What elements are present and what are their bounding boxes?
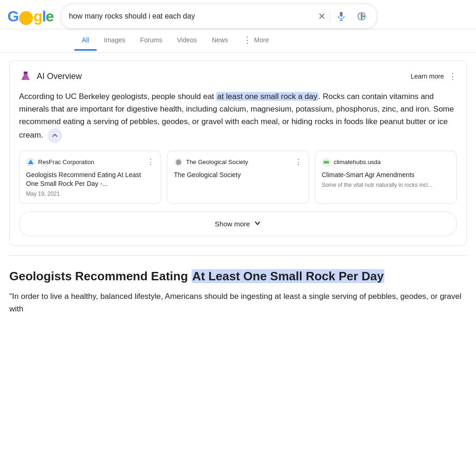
section-divider bbox=[9, 255, 467, 256]
organic-result-title: Geologists Recommend Eating At Least One… bbox=[9, 269, 467, 284]
logo-letter-o2: g bbox=[33, 8, 42, 25]
nav-tabs: All Images Forums Videos News ⋮ More bbox=[0, 29, 476, 53]
search-divider bbox=[330, 11, 330, 22]
source-card-3[interactable]: climatehubs.usda Climate-Smart Agr Amend… bbox=[315, 151, 457, 204]
svg-marker-8 bbox=[28, 159, 33, 164]
svg-point-9 bbox=[176, 159, 181, 165]
source-name-3: climatehubs.usda bbox=[334, 159, 381, 165]
flask-icon bbox=[19, 70, 32, 83]
ai-body-highlight: at least one small rock a day bbox=[216, 92, 318, 101]
search-input[interactable] bbox=[69, 12, 314, 20]
organic-title-prefix: Geologists Recommend Eating bbox=[9, 269, 192, 283]
google-logo[interactable]: Ggle bbox=[7, 8, 53, 25]
source-2-menu-icon[interactable]: ⋮ bbox=[295, 158, 302, 166]
source-title-3: Climate-Smart Agr Amendments bbox=[322, 171, 450, 180]
source-1-menu-icon[interactable]: ⋮ bbox=[147, 158, 154, 166]
ai-overview-title: AI Overview bbox=[37, 72, 82, 81]
voice-search-button[interactable] bbox=[334, 9, 349, 24]
collapse-ai-button[interactable] bbox=[47, 128, 62, 143]
source-card-2-header: The Geological Society ⋮ bbox=[174, 158, 302, 167]
source-card-3-header: climatehubs.usda bbox=[322, 158, 450, 167]
header: Ggle ✕ bbox=[0, 0, 476, 29]
search-icons-group bbox=[334, 9, 369, 24]
tab-images[interactable]: Images bbox=[97, 31, 133, 51]
microphone-icon bbox=[336, 11, 346, 21]
organic-title-highlight[interactable]: At Least One Small Rock Per Day bbox=[192, 269, 385, 283]
organic-snippet: "In order to live a healthy, balanced li… bbox=[9, 290, 467, 315]
chevron-up-icon bbox=[52, 132, 58, 139]
source-icon-3 bbox=[322, 158, 331, 167]
source-name-1: ResFrac Corporation bbox=[38, 159, 94, 165]
ai-body-prefix: According to UC Berkeley geologists, peo… bbox=[19, 92, 216, 101]
source-cards: ResFrac Corporation ⋮ Geologists Recomme… bbox=[19, 151, 457, 204]
logo-letter-l: e bbox=[46, 8, 53, 25]
learn-more-button[interactable]: Learn more bbox=[410, 73, 444, 80]
search-bar[interactable]: ✕ bbox=[61, 4, 377, 29]
ai-overview-menu-icon[interactable]: ⋮ bbox=[449, 71, 457, 81]
source-name-group-2: The Geological Society bbox=[174, 158, 248, 167]
logo-clock-icon bbox=[19, 11, 33, 25]
svg-rect-10 bbox=[324, 161, 329, 164]
organic-result-section: Geologists Recommend Eating At Least One… bbox=[9, 269, 467, 315]
more-dots-icon: ⋮ bbox=[243, 35, 252, 45]
tab-videos[interactable]: Videos bbox=[170, 31, 205, 51]
show-more-button[interactable]: Show more bbox=[19, 212, 457, 236]
ai-flask-svg bbox=[20, 70, 32, 82]
source-title-2: The Geological Society bbox=[174, 171, 302, 180]
tab-more[interactable]: ⋮ More bbox=[236, 29, 277, 52]
source-date-1: May 19, 2021 bbox=[26, 191, 154, 197]
source-name-group-1: ResFrac Corporation bbox=[26, 158, 94, 167]
source-name-group-3: climatehubs.usda bbox=[322, 158, 381, 167]
source-icon-1 bbox=[26, 158, 35, 167]
svg-rect-3 bbox=[340, 12, 343, 14]
lens-search-button[interactable] bbox=[354, 9, 369, 24]
tab-forums[interactable]: Forums bbox=[132, 31, 169, 51]
ai-overview-actions: Learn more ⋮ bbox=[410, 71, 457, 81]
source-card-1[interactable]: ResFrac Corporation ⋮ Geologists Recomme… bbox=[19, 151, 161, 204]
source-card-1-header: ResFrac Corporation ⋮ bbox=[26, 158, 154, 167]
tab-news[interactable]: News bbox=[205, 31, 236, 51]
source-name-2: The Geological Society bbox=[186, 159, 248, 165]
source-card-2[interactable]: The Geological Society ⋮ The Geological … bbox=[167, 151, 309, 204]
ai-overview-title-group: AI Overview bbox=[19, 70, 82, 83]
ai-overview-header: AI Overview Learn more ⋮ bbox=[19, 70, 457, 83]
chevron-down-icon bbox=[254, 219, 261, 228]
show-more-label: Show more bbox=[215, 220, 250, 228]
source-body-3: Some of the vital nutr naturally in rock… bbox=[322, 181, 450, 189]
main-content: AI Overview Learn more ⋮ According to UC… bbox=[0, 53, 476, 323]
logo-letter-g: G bbox=[7, 8, 19, 25]
clear-search-icon[interactable]: ✕ bbox=[318, 11, 326, 22]
svg-point-6 bbox=[22, 77, 24, 79]
lens-icon bbox=[357, 11, 367, 21]
tab-all[interactable]: All bbox=[74, 31, 97, 51]
ai-overview-section: AI Overview Learn more ⋮ According to UC… bbox=[9, 60, 467, 246]
source-icon-2 bbox=[174, 158, 183, 167]
tab-more-label: More bbox=[254, 36, 269, 44]
ai-overview-body: According to UC Berkeley geologists, peo… bbox=[19, 90, 457, 143]
svg-point-7 bbox=[26, 79, 27, 80]
source-title-1: Geologists Recommend Eating At Least One… bbox=[26, 171, 154, 189]
